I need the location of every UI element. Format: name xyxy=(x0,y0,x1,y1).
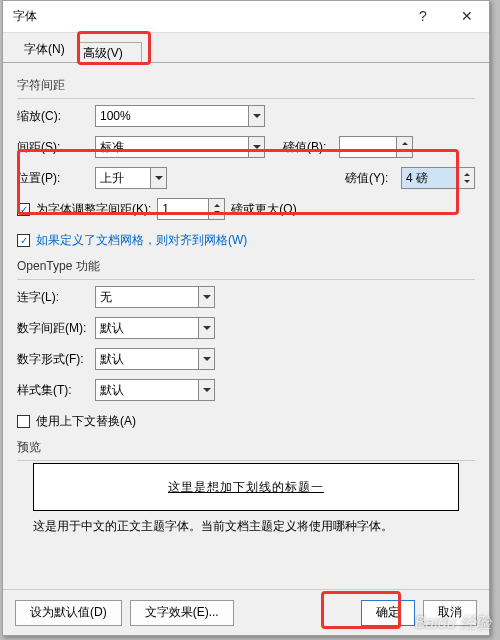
sset-label: 样式集(T): xyxy=(17,382,95,399)
scale-label: 缩放(C): xyxy=(17,108,95,125)
ctx-check[interactable]: 使用上下文替换(A) xyxy=(17,413,136,430)
sset-select[interactable]: 默认 xyxy=(95,379,215,401)
checkbox-icon xyxy=(17,415,30,428)
nums-label: 数字间距(M): xyxy=(17,320,95,337)
cancel-button[interactable]: 取消 xyxy=(423,600,477,626)
chevron-down-icon xyxy=(198,318,214,338)
spacing-pt-spin[interactable] xyxy=(339,136,413,158)
position-pt-label: 磅值(Y): xyxy=(345,170,401,187)
kern-check[interactable]: ✓为字体调整字间距(K): xyxy=(17,201,151,218)
spacing-legend: 字符间距 xyxy=(17,77,475,94)
kern-spin[interactable]: 1 xyxy=(157,198,225,220)
form-label: 数字形式(F): xyxy=(17,351,95,368)
position-label: 位置(P): xyxy=(17,170,95,187)
tab-strip: 字体(N) 高级(V) xyxy=(3,33,489,63)
preview-note: 这是用于中文的正文主题字体。当前文档主题定义将使用哪种字体。 xyxy=(17,517,475,536)
position-select[interactable]: 上升 xyxy=(95,167,167,189)
content: 字符间距 缩放(C): 100% 间距(S): 标准 磅值(B): 位置(P):… xyxy=(3,63,489,536)
font-dialog: 字体 ? ✕ 字体(N) 高级(V) 字符间距 缩放(C): 100% 间距(S… xyxy=(2,0,490,636)
close-button[interactable]: ✕ xyxy=(445,1,489,32)
dialog-title: 字体 xyxy=(13,8,401,25)
spacing-select[interactable]: 标准 xyxy=(95,136,265,158)
tab-font[interactable]: 字体(N) xyxy=(11,35,78,63)
ot-legend: OpenType 功能 xyxy=(17,258,475,275)
lig-label: 连字(L): xyxy=(17,289,95,306)
position-pt-spin[interactable]: 4 磅 xyxy=(401,167,475,189)
chevron-down-icon xyxy=(248,106,264,126)
preview-legend: 预览 xyxy=(17,439,475,456)
chevron-down-icon xyxy=(198,380,214,400)
ok-button[interactable]: 确定 xyxy=(361,600,415,626)
kern-suffix: 磅或更大(O) xyxy=(231,201,296,218)
text-effects-button[interactable]: 文字效果(E)... xyxy=(130,600,234,626)
chevron-down-icon xyxy=(198,287,214,307)
button-bar: 设为默认值(D) 文字效果(E)... 确定 取消 xyxy=(3,589,489,635)
checkbox-icon: ✓ xyxy=(17,203,30,216)
lig-select[interactable]: 无 xyxy=(95,286,215,308)
chevron-down-icon xyxy=(150,168,166,188)
chevron-down-icon xyxy=(248,137,264,157)
nums-select[interactable]: 默认 xyxy=(95,317,215,339)
checkbox-icon: ✓ xyxy=(17,234,30,247)
help-button[interactable]: ? xyxy=(401,1,445,32)
grid-check[interactable]: ✓如果定义了文档网格，则对齐到网格(W) xyxy=(17,232,247,249)
titlebar: 字体 ? ✕ xyxy=(3,1,489,33)
scale-select[interactable]: 100% xyxy=(95,105,265,127)
form-select[interactable]: 默认 xyxy=(95,348,215,370)
tab-advanced[interactable]: 高级(V) xyxy=(78,42,142,64)
set-default-button[interactable]: 设为默认值(D) xyxy=(15,600,122,626)
chevron-down-icon xyxy=(198,349,214,369)
spacing-label: 间距(S): xyxy=(17,139,95,156)
preview-box: 这里是想加下划线的标题一 xyxy=(33,463,459,511)
spacing-pt-label: 磅值(B): xyxy=(283,139,339,156)
